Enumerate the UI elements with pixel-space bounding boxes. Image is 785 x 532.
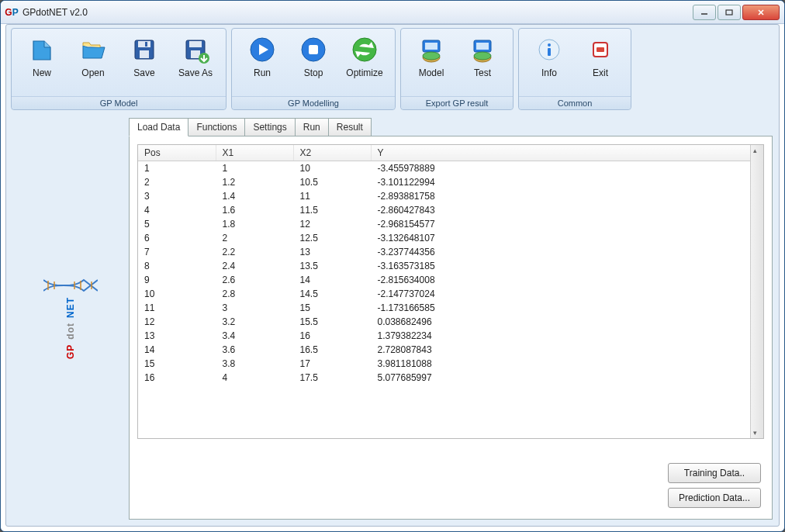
prediction-data-button[interactable]: Prediction Data... bbox=[668, 488, 761, 508]
saveas-button[interactable]: Save As bbox=[170, 32, 221, 96]
maximize-button[interactable] bbox=[718, 5, 741, 20]
table-cell: 6 bbox=[138, 231, 216, 245]
table-cell: 14 bbox=[138, 343, 216, 357]
run-icon bbox=[247, 35, 277, 64]
exit-button[interactable]: Exit bbox=[575, 32, 626, 96]
new-button[interactable]: New bbox=[16, 32, 67, 96]
exit-label: Exit bbox=[593, 67, 608, 78]
svg-rect-6 bbox=[140, 50, 149, 58]
svg-rect-14 bbox=[309, 45, 318, 54]
main-panel: Load DataFunctionsSettingsRunResult PosX… bbox=[129, 118, 773, 520]
table-cell: 13.5 bbox=[293, 259, 371, 273]
svg-point-19 bbox=[423, 52, 440, 60]
table-row[interactable]: 133.4161.379382234 bbox=[138, 329, 763, 343]
close-button[interactable] bbox=[742, 5, 780, 20]
table-row[interactable]: 51.812-2.968154577 bbox=[138, 217, 763, 231]
column-header-x2[interactable]: X2 bbox=[293, 145, 371, 161]
save-button[interactable]: Save bbox=[119, 32, 170, 96]
table-cell: 2.2 bbox=[216, 245, 293, 259]
svg-rect-26 bbox=[548, 48, 551, 56]
saveas-icon bbox=[181, 35, 210, 64]
table-cell: 14.5 bbox=[293, 287, 371, 301]
table-cell: 4 bbox=[216, 371, 293, 385]
tab-result[interactable]: Result bbox=[328, 118, 372, 136]
table-cell: 16 bbox=[293, 329, 371, 343]
optimize-button[interactable]: Optimize bbox=[339, 32, 390, 96]
table-row[interactable]: 21.210.5-3.101122994 bbox=[138, 175, 763, 189]
table-row[interactable]: 31.411-2.893881758 bbox=[138, 189, 763, 203]
test-label: Test bbox=[474, 67, 491, 78]
optimize-icon bbox=[350, 35, 379, 64]
titlebar[interactable]: GP GPdotNET v2.0 bbox=[1, 1, 784, 24]
client-area: NewOpenSaveSave AsGP ModelRunStopOptimiz… bbox=[5, 24, 780, 527]
table-row[interactable]: 92.614-2.815634008 bbox=[138, 273, 763, 287]
new-icon bbox=[27, 35, 57, 64]
table-row[interactable]: 82.413.5-3.163573185 bbox=[138, 259, 763, 273]
svg-rect-9 bbox=[189, 41, 202, 47]
table-row[interactable]: 16417.55.077685997 bbox=[138, 371, 763, 385]
stop-label: Stop bbox=[304, 67, 323, 78]
data-grid[interactable]: PosX1X2Y 1110-3.45597888921.210.5-3.1011… bbox=[137, 144, 764, 439]
open-label: Open bbox=[81, 67, 104, 78]
window-title: GPdotNET v2.0 bbox=[22, 7, 88, 18]
tab-run[interactable]: Run bbox=[295, 118, 329, 136]
table-cell: 13 bbox=[138, 329, 216, 343]
table-row[interactable]: 72.213-3.237744356 bbox=[138, 245, 763, 259]
table-row[interactable]: 123.215.50.038682496 bbox=[138, 315, 763, 329]
svg-rect-28 bbox=[597, 47, 604, 52]
table-cell: -3.237744356 bbox=[371, 245, 763, 259]
table-cell: -3.101122994 bbox=[371, 175, 763, 189]
table-cell: -2.815634008 bbox=[371, 273, 763, 287]
table-cell: 16 bbox=[138, 371, 216, 385]
table-cell: 5 bbox=[138, 217, 216, 231]
tab-load-data[interactable]: Load Data bbox=[129, 118, 188, 136]
table-row[interactable]: 1110-3.455978889 bbox=[138, 161, 763, 176]
table-cell: 2 bbox=[138, 175, 216, 189]
scrollbar-vertical[interactable] bbox=[750, 145, 763, 438]
table-row[interactable]: 143.616.52.728087843 bbox=[138, 343, 763, 357]
open-button[interactable]: Open bbox=[67, 32, 119, 96]
svg-point-15 bbox=[353, 38, 376, 61]
table-row[interactable]: 153.8173.981181088 bbox=[138, 357, 763, 371]
stop-button[interactable]: Stop bbox=[288, 32, 339, 96]
ribbon-group-label: GP Modelling bbox=[232, 96, 395, 109]
table-cell: 3.2 bbox=[216, 315, 293, 329]
table-cell: 2.728087843 bbox=[371, 343, 763, 357]
table-cell: 3 bbox=[216, 301, 293, 315]
table-cell: 15.5 bbox=[293, 315, 371, 329]
table-cell: 3.8 bbox=[216, 357, 293, 371]
column-header-pos[interactable]: Pos bbox=[138, 145, 216, 161]
tab-functions[interactable]: Functions bbox=[188, 118, 245, 136]
tab-settings[interactable]: Settings bbox=[244, 118, 295, 136]
app-logo: GPdotNET bbox=[43, 278, 98, 359]
table-row[interactable]: 11315-1.173166585 bbox=[138, 301, 763, 315]
optimize-label: Optimize bbox=[346, 67, 382, 78]
table-row[interactable]: 41.611.5-2.860427843 bbox=[138, 203, 763, 217]
table-row[interactable]: 6212.5-3.132648107 bbox=[138, 231, 763, 245]
table-cell: 17.5 bbox=[293, 371, 371, 385]
tab-content-load-data: PosX1X2Y 1110-3.45597888921.210.5-3.1011… bbox=[129, 136, 773, 520]
column-header-y[interactable]: Y bbox=[371, 145, 763, 161]
table-cell: 10 bbox=[138, 287, 216, 301]
table-cell: 2.6 bbox=[216, 273, 293, 287]
table-cell: -3.163573185 bbox=[371, 259, 763, 273]
run-button[interactable]: Run bbox=[237, 32, 288, 96]
table-cell: 12 bbox=[138, 315, 216, 329]
svg-rect-5 bbox=[138, 41, 150, 47]
info-button[interactable]: Info bbox=[524, 32, 575, 96]
table-cell: 2.8 bbox=[216, 287, 293, 301]
table-cell: 4 bbox=[138, 203, 216, 217]
column-header-x1[interactable]: X1 bbox=[216, 145, 293, 161]
svg-point-25 bbox=[548, 43, 551, 47]
table-cell: 17 bbox=[293, 357, 371, 371]
table-cell: -2.860427843 bbox=[371, 203, 763, 217]
model-button[interactable]: Model bbox=[406, 32, 457, 96]
ribbon-group-common: InfoExitCommon bbox=[518, 28, 631, 110]
training-data-button[interactable]: Training Data.. bbox=[668, 463, 761, 483]
test-button[interactable]: Test bbox=[457, 32, 508, 96]
table-cell: 1 bbox=[216, 161, 293, 176]
minimize-button[interactable] bbox=[693, 5, 716, 20]
table-row[interactable]: 102.814.5-2.147737024 bbox=[138, 287, 763, 301]
table-cell: 9 bbox=[138, 273, 216, 287]
table-cell: 1.4 bbox=[216, 189, 293, 203]
